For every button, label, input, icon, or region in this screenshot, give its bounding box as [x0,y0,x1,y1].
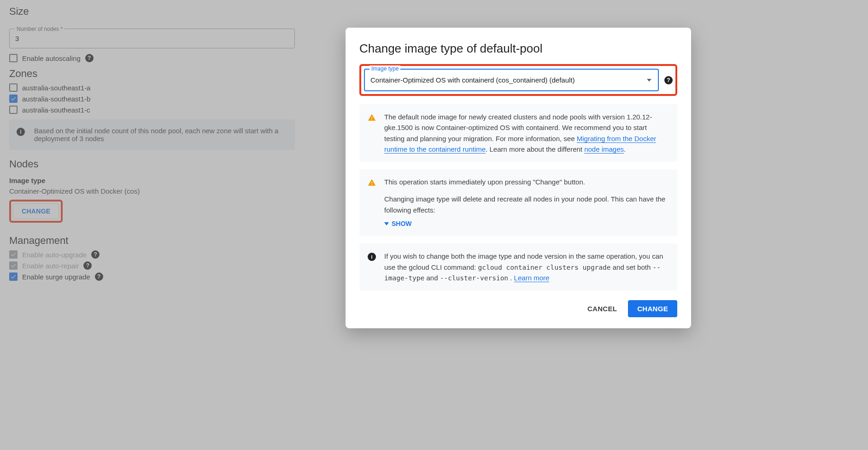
node-images-link[interactable]: node images [584,145,624,154]
image-type-select-value: Container-Optimized OS with containerd (… [370,76,575,84]
dialog-actions: CANCEL CHANGE [359,300,677,317]
cli-flag-cluster-version: --cluster-version [440,274,508,282]
cli-info-panel: i If you wish to change both the image t… [359,243,677,290]
warn1-end: . [624,145,626,153]
change-image-type-dialog: Change image type of default-pool Image … [346,28,691,328]
help-icon[interactable]: ? [664,76,673,84]
chevron-down-icon [384,222,389,225]
warning-icon [368,178,376,189]
operation-warning-panel: This operation starts immediately upon p… [359,169,677,236]
warning-icon [368,113,376,124]
show-effects-toggle[interactable]: SHOW [384,219,412,229]
warn1-mid: . Learn more about the different [486,145,584,153]
cli-command-code: gcloud container clusters upgrade [478,264,610,271]
warn2-line2: Changing image type will delete and recr… [384,194,669,215]
cancel-button[interactable]: CANCEL [585,304,620,313]
info-icon: i [368,253,376,261]
chevron-down-icon [647,79,651,82]
info-mid: and set both [611,263,653,271]
learn-more-link[interactable]: Learn more [514,274,550,282]
info-and: and [424,274,440,282]
show-label: SHOW [392,219,412,229]
change-button[interactable]: CHANGE [628,300,677,317]
image-type-select-label: Image type [369,65,400,72]
info-post: . [508,274,514,282]
warn2-line1: This operation starts immediately upon p… [384,177,669,187]
image-type-select-highlight: Image type Container-Optimized OS with c… [359,64,677,96]
image-type-select[interactable]: Image type Container-Optimized OS with c… [364,69,659,91]
migration-warning-panel: The default node image for newly created… [359,104,677,162]
dialog-title: Change image type of default-pool [359,41,677,56]
